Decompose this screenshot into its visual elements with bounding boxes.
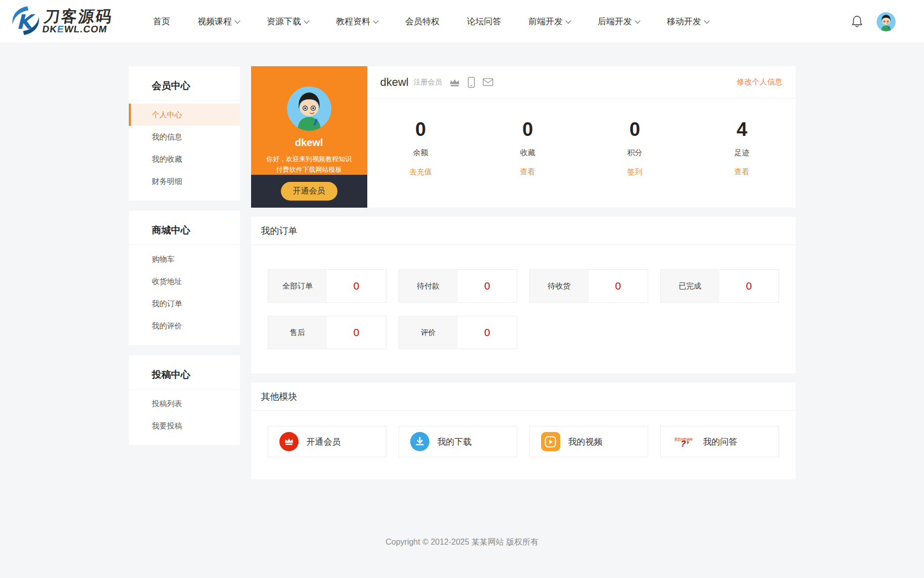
phone-icon[interactable] [467,76,475,88]
page-content: 会员中心 个人中心 我的信息 我的收藏 财务明细 商城中心 购物车 收货地址 我… [129,66,796,479]
notification-bell-icon[interactable] [851,15,863,28]
nav-item[interactable]: 前端开发 [515,0,584,43]
crown-icon [449,78,460,87]
order-status-label: 待付款 [399,270,458,302]
vip-card: dkewl 你好，欢迎来到视频教程知识 付费软件下载网站模板 开通会员 [251,66,367,208]
sidebar-item[interactable]: 我的订单 [129,293,240,315]
sidebar-section-submit: 投稿中心 投稿列表 我要投稿 [129,355,240,445]
site-logo[interactable]: K 刀客源码 DKEWL.COM [9,5,124,39]
sidebar-item[interactable]: 我的收藏 [129,148,240,170]
stat-item: 0 积分 签到 [581,119,689,177]
edit-profile-link[interactable]: 修改个人信息 [737,77,783,87]
order-status-label: 全部订单 [268,270,327,302]
order-status-count: 0 [719,270,779,302]
order-status-count: 0 [327,270,386,302]
chevron-down-icon [635,18,640,23]
order-status-label: 售后 [268,316,327,349]
sidebar-item[interactable]: 购物车 [129,248,240,270]
stat-label: 足迹 [689,148,796,158]
order-status-count: 0 [458,270,517,302]
sidebar-item[interactable]: 财务明细 [129,170,240,192]
order-status-box[interactable]: 待收货 0 [529,269,648,303]
stat-value: 4 [689,119,796,140]
order-status-label: 已完成 [661,270,720,302]
profile-panel-header: dkewl 注册会员 [367,66,796,99]
vip-username: dkewl [251,137,367,149]
profile-row: dkewl 你好，欢迎来到视频教程知识 付费软件下载网站模板 开通会员 dkew… [251,66,796,208]
broken-image-icon: 悬赏问答插件 ? [672,437,695,446]
nav-item[interactable]: 资源下载 [253,0,322,43]
sidebar-item[interactable]: 收货地址 [129,270,240,293]
broken-image-glyph: ? [680,439,686,449]
nav-item[interactable]: 后端开发 [584,0,653,43]
modules-grid: 开通会员 我的下载 [251,411,796,479]
profile-avatar [287,86,331,131]
logo-icon: K [9,5,42,39]
nav-item[interactable]: 教程资料 [322,0,392,43]
modules-title: 其他模块 [251,382,796,411]
chevron-down-icon [373,18,378,23]
crown-badge-icon [279,432,299,451]
module-open-vip[interactable]: 开通会员 [268,426,386,457]
sidebar-item[interactable]: 个人中心 [129,104,240,126]
user-avatar[interactable] [877,12,896,31]
sidebar-item[interactable]: 投稿列表 [129,393,240,415]
vip-welcome-text: 你好，欢迎来到视频教程知识 付费软件下载网站模板 [251,154,367,175]
order-status-count: 0 [327,316,386,349]
nav-item[interactable]: 会员特权 [392,0,453,43]
order-status-box[interactable]: 已完成 0 [660,269,779,303]
stat-label: 收藏 [474,148,581,158]
stat-action-link[interactable]: 查看 [520,167,536,177]
sidebar: 会员中心 个人中心 我的信息 我的收藏 财务明细 商城中心 购物车 收货地址 我… [129,66,240,455]
sidebar-section-member: 会员中心 个人中心 我的信息 我的收藏 财务明细 [129,66,240,201]
copyright-text: Copyright © 2012-2025 某某网站 版权所有 [0,537,924,548]
stat-action-link[interactable]: 去充值 [409,167,432,177]
stat-label: 积分 [581,148,689,158]
mail-icon[interactable] [482,78,494,86]
profile-panel: dkewl 注册会员 [367,66,796,208]
sidebar-section-title: 商城中心 [129,215,240,245]
order-status-box[interactable]: 待付款 0 [399,269,517,303]
stat-action-link[interactable]: 查看 [735,167,750,177]
sidebar-section-shop: 商城中心 购物车 收货地址 我的订单 我的评价 [129,211,240,345]
nav-item[interactable]: 视频课程 [184,0,253,43]
sidebar-item[interactable]: 我的评价 [129,315,240,337]
order-status-box[interactable]: 售后 0 [268,316,386,349]
orders-grid: 全部订单 0 待付款 0 待收货 0 已完成 0 售后 0 [251,245,796,373]
chevron-down-icon [565,18,571,23]
order-status-box[interactable]: 评价 0 [399,316,517,349]
order-status-count: 0 [589,270,648,302]
navbar-right [851,12,896,31]
order-status-label: 待收货 [530,270,589,302]
sidebar-item[interactable]: 我的信息 [129,126,240,148]
orders-title: 我的订单 [251,217,796,245]
stat-item: 4 足迹 查看 [689,119,796,177]
stat-item: 0 收藏 查看 [474,119,581,177]
stat-value: 0 [367,119,474,140]
nav-item[interactable]: 首页 [139,0,184,43]
stat-value: 0 [474,119,581,140]
sidebar-item[interactable]: 我要投稿 [129,415,240,437]
logo-title: 刀客源码 [43,9,114,24]
top-navbar: K 刀客源码 DKEWL.COM 首页 视频课程 资源下载 教程资料 会员特权 … [0,0,924,43]
download-badge-icon [410,432,429,451]
open-vip-button[interactable]: 开通会员 [281,182,337,201]
module-my-videos[interactable]: 我的视频 [529,426,648,457]
main-area: dkewl 你好，欢迎来到视频教程知识 付费软件下载网站模板 开通会员 dkew… [251,66,796,479]
orders-card: 我的订单 全部订单 0 待付款 0 待收货 0 已完成 0 售后 [251,217,796,373]
stats-row: 0 余额 去充值 0 收藏 查看 0 积分 签到 4 足迹 查看 [367,99,796,177]
main-nav: 首页 视频课程 资源下载 教程资料 会员特权 论坛问答 前端开发 后端开发 移动… [139,0,722,43]
order-status-box[interactable]: 全部订单 0 [268,269,386,303]
order-status-count: 0 [458,316,517,349]
username: dkewl [380,76,409,89]
module-my-downloads[interactable]: 我的下载 [399,426,517,457]
chevron-down-icon [304,18,309,23]
member-role-badge: 注册会员 [414,78,442,87]
logo-domain: DKEWL.COM [41,24,112,34]
nav-item[interactable]: 论坛问答 [453,0,515,43]
module-my-qa[interactable]: 悬赏问答插件 ? 我的问答 [660,426,779,457]
video-badge-icon [541,432,560,451]
stat-action-link[interactable]: 签到 [627,167,643,177]
stat-value: 0 [581,119,689,140]
nav-item[interactable]: 移动开发 [653,0,722,43]
